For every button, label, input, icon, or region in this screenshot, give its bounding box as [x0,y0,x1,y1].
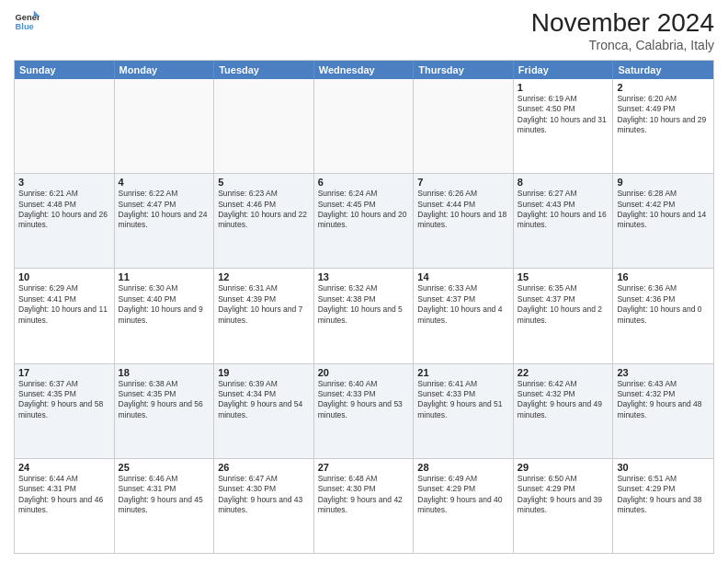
day-info: Sunrise: 6:20 AM Sunset: 4:49 PM Dayligh… [617,94,710,136]
calendar-header: SundayMondayTuesdayWednesdayThursdayFrid… [15,61,713,79]
day-info: Sunrise: 6:36 AM Sunset: 4:36 PM Dayligh… [617,283,710,326]
day-number: 13 [318,271,410,282]
day-info: Sunrise: 6:26 AM Sunset: 4:44 PM Dayligh… [417,189,509,231]
calendar-cell: 13Sunrise: 6:32 AM Sunset: 4:38 PM Dayli… [314,269,415,362]
day-number: 4 [119,177,210,188]
calendar-cell: 21Sunrise: 6:41 AM Sunset: 4:33 PM Dayli… [414,364,514,458]
calendar-cell: 1Sunrise: 6:19 AM Sunset: 4:50 PM Daylig… [514,79,614,173]
day-info: Sunrise: 6:39 AM Sunset: 4:34 PM Dayligh… [218,379,310,421]
day-info: Sunrise: 6:35 AM Sunset: 4:37 PM Dayligh… [518,283,609,326]
day-info: Sunrise: 6:51 AM Sunset: 4:29 PM Dayligh… [617,474,710,516]
day-info: Sunrise: 6:22 AM Sunset: 4:47 PM Dayligh… [119,189,210,231]
calendar: SundayMondayTuesdayWednesdayThursdayFrid… [14,60,714,554]
day-number: 25 [119,462,210,473]
calendar-cell: 25Sunrise: 6:46 AM Sunset: 4:31 PM Dayli… [115,459,215,553]
calendar-cell: 15Sunrise: 6:35 AM Sunset: 4:37 PM Dayli… [514,269,614,362]
day-number: 10 [18,271,110,282]
calendar-cell: 18Sunrise: 6:38 AM Sunset: 4:35 PM Dayli… [115,364,215,458]
day-number: 3 [18,177,110,188]
day-number: 15 [518,271,609,282]
calendar-cell: 28Sunrise: 6:49 AM Sunset: 4:29 PM Dayli… [414,459,514,553]
day-info: Sunrise: 6:37 AM Sunset: 4:35 PM Dayligh… [18,379,110,421]
day-number: 8 [518,177,609,188]
svg-text:Blue: Blue [16,22,34,31]
day-number: 2 [617,82,710,93]
header: General Blue November 2024 Tronca, Calab… [14,9,714,52]
day-info: Sunrise: 6:28 AM Sunset: 4:42 PM Dayligh… [617,189,710,231]
day-info: Sunrise: 6:29 AM Sunset: 4:41 PM Dayligh… [18,283,110,326]
day-info: Sunrise: 6:38 AM Sunset: 4:35 PM Dayligh… [119,379,210,421]
day-info: Sunrise: 6:33 AM Sunset: 4:37 PM Dayligh… [417,283,509,326]
day-number: 23 [617,367,710,378]
day-number: 26 [218,462,310,473]
day-number: 28 [417,462,509,473]
day-number: 18 [119,367,210,378]
day-info: Sunrise: 6:24 AM Sunset: 4:45 PM Dayligh… [318,189,410,231]
day-info: Sunrise: 6:31 AM Sunset: 4:39 PM Dayligh… [218,283,310,326]
day-info: Sunrise: 6:44 AM Sunset: 4:31 PM Dayligh… [18,474,110,516]
day-number: 12 [218,271,310,282]
header-day-sunday: Sunday [15,61,115,79]
calendar-cell: 7Sunrise: 6:26 AM Sunset: 4:44 PM Daylig… [414,174,514,268]
calendar-cell: 3Sunrise: 6:21 AM Sunset: 4:48 PM Daylig… [15,174,115,268]
calendar-cell: 2Sunrise: 6:20 AM Sunset: 4:49 PM Daylig… [613,79,713,173]
calendar-row-4: 24Sunrise: 6:44 AM Sunset: 4:31 PM Dayli… [15,458,713,553]
day-number: 24 [18,462,110,473]
day-number: 19 [218,367,310,378]
day-info: Sunrise: 6:21 AM Sunset: 4:48 PM Dayligh… [18,189,110,231]
day-number: 11 [119,271,210,282]
calendar-cell: 5Sunrise: 6:23 AM Sunset: 4:46 PM Daylig… [214,174,314,268]
day-info: Sunrise: 6:23 AM Sunset: 4:46 PM Dayligh… [218,189,310,231]
day-info: Sunrise: 6:27 AM Sunset: 4:43 PM Dayligh… [518,189,609,231]
header-day-saturday: Saturday [613,61,713,79]
day-info: Sunrise: 6:43 AM Sunset: 4:32 PM Dayligh… [617,379,710,421]
day-info: Sunrise: 6:47 AM Sunset: 4:30 PM Dayligh… [218,474,310,516]
logo: General Blue [14,9,40,35]
day-number: 21 [417,367,509,378]
day-number: 14 [417,271,509,282]
calendar-cell: 16Sunrise: 6:36 AM Sunset: 4:36 PM Dayli… [613,269,713,362]
calendar-cell: 17Sunrise: 6:37 AM Sunset: 4:35 PM Dayli… [15,364,115,458]
day-number: 9 [617,177,710,188]
calendar-cell: 20Sunrise: 6:40 AM Sunset: 4:33 PM Dayli… [314,364,415,458]
calendar-cell: 27Sunrise: 6:48 AM Sunset: 4:30 PM Dayli… [314,459,415,553]
calendar-cell [414,79,514,173]
header-day-wednesday: Wednesday [314,61,415,79]
day-number: 22 [518,367,609,378]
day-info: Sunrise: 6:42 AM Sunset: 4:32 PM Dayligh… [518,379,609,421]
title-area: November 2024 Tronca, Calabria, Italy [531,9,714,52]
calendar-cell: 12Sunrise: 6:31 AM Sunset: 4:39 PM Dayli… [214,269,314,362]
day-info: Sunrise: 6:40 AM Sunset: 4:33 PM Dayligh… [318,379,410,421]
calendar-cell: 8Sunrise: 6:27 AM Sunset: 4:43 PM Daylig… [514,174,614,268]
day-number: 20 [318,367,410,378]
calendar-cell [15,79,115,173]
header-day-friday: Friday [514,61,614,79]
day-info: Sunrise: 6:41 AM Sunset: 4:33 PM Dayligh… [417,379,509,421]
calendar-cell: 22Sunrise: 6:42 AM Sunset: 4:32 PM Dayli… [514,364,614,458]
header-day-thursday: Thursday [414,61,514,79]
day-info: Sunrise: 6:19 AM Sunset: 4:50 PM Dayligh… [518,94,609,136]
day-number: 17 [18,367,110,378]
calendar-row-3: 17Sunrise: 6:37 AM Sunset: 4:35 PM Dayli… [15,363,713,458]
header-day-tuesday: Tuesday [214,61,314,79]
calendar-row-2: 10Sunrise: 6:29 AM Sunset: 4:41 PM Dayli… [15,268,713,362]
calendar-cell [214,79,314,173]
calendar-cell: 26Sunrise: 6:47 AM Sunset: 4:30 PM Dayli… [214,459,314,553]
day-info: Sunrise: 6:49 AM Sunset: 4:29 PM Dayligh… [417,474,509,516]
day-number: 1 [518,82,609,93]
month-title: November 2024 [531,9,714,38]
calendar-cell: 24Sunrise: 6:44 AM Sunset: 4:31 PM Dayli… [15,459,115,553]
day-info: Sunrise: 6:50 AM Sunset: 4:29 PM Dayligh… [518,474,609,516]
calendar-row-0: 1Sunrise: 6:19 AM Sunset: 4:50 PM Daylig… [15,79,713,173]
day-number: 27 [318,462,410,473]
calendar-cell: 4Sunrise: 6:22 AM Sunset: 4:47 PM Daylig… [115,174,215,268]
calendar-cell: 30Sunrise: 6:51 AM Sunset: 4:29 PM Dayli… [613,459,713,553]
day-number: 6 [318,177,410,188]
calendar-cell: 11Sunrise: 6:30 AM Sunset: 4:40 PM Dayli… [115,269,215,362]
calendar-cell: 19Sunrise: 6:39 AM Sunset: 4:34 PM Dayli… [214,364,314,458]
page: General Blue November 2024 Tronca, Calab… [0,0,728,563]
day-number: 7 [417,177,509,188]
day-info: Sunrise: 6:30 AM Sunset: 4:40 PM Dayligh… [119,283,210,326]
location-subtitle: Tronca, Calabria, Italy [531,38,714,52]
calendar-cell: 10Sunrise: 6:29 AM Sunset: 4:41 PM Dayli… [15,269,115,362]
